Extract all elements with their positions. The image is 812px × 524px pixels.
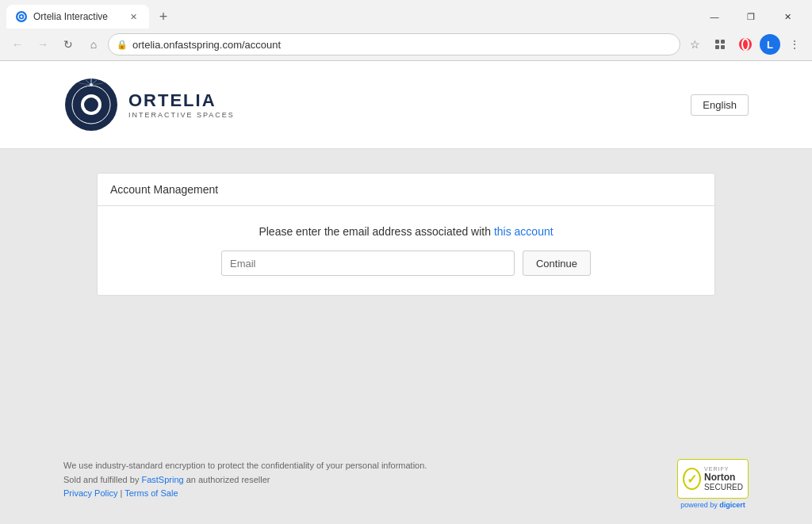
norton-secured-label: SECURED	[704, 483, 743, 491]
close-button[interactable]: ✕	[769, 5, 806, 29]
bookmark-button[interactable]: ☆	[684, 33, 706, 55]
svg-point-11	[84, 98, 98, 112]
security-line1: We use industry-standard encryption to p…	[63, 461, 427, 470]
new-tab-button[interactable]: +	[152, 6, 174, 28]
this-account-link[interactable]: this account	[494, 225, 553, 238]
nav-right-controls: ☆ L ⋮	[684, 33, 806, 55]
lock-icon: 🔒	[117, 40, 128, 50]
title-bar: Ortelia Interactive ✕ + — ❐ ✕	[0, 0, 812, 29]
svg-point-6	[739, 38, 752, 51]
main-content: Account Management Please enter the emai…	[0, 149, 812, 443]
account-management-body: Please enter the email address associate…	[98, 206, 714, 295]
browser-tab[interactable]: Ortelia Interactive ✕	[6, 5, 149, 29]
site-header: ORTELIA INTERACTIVE SPACES English	[0, 61, 812, 149]
forward-button[interactable]: →	[32, 33, 54, 55]
logo-text: ORTELIA INTERACTIVE SPACES	[128, 90, 235, 119]
norton-verify-label: VERIFY	[704, 466, 743, 472]
norton-text: VERIFY Norton SECURED	[704, 466, 743, 491]
svg-rect-3	[721, 40, 725, 44]
language-button[interactable]: English	[691, 94, 749, 116]
company-name: ORTELIA	[128, 90, 235, 111]
tab-close-button[interactable]: ✕	[127, 10, 140, 23]
opera-button[interactable]	[734, 33, 756, 55]
logo-area: ORTELIA INTERACTIVE SPACES	[63, 77, 235, 132]
url-text: ortelia.onfastspring.com/account	[132, 39, 672, 51]
footer-security-text: We use industry-standard encryption to p…	[63, 459, 427, 501]
browser-chrome: Ortelia Interactive ✕ + — ❐ ✕ ← → ↻ ⌂ 🔒 …	[0, 0, 812, 61]
nav-bar: ← → ↻ ⌂ 🔒 ortelia.onfastspring.com/accou…	[0, 29, 812, 60]
svg-point-17	[90, 83, 93, 86]
account-description: Please enter the email address associate…	[259, 225, 553, 238]
norton-badge: ✓ VERIFY Norton SECURED powered by digic…	[677, 459, 749, 509]
svg-rect-2	[715, 40, 719, 44]
email-input-row: Continue	[221, 251, 591, 276]
site-footer: We use industry-standard encryption to p…	[0, 443, 812, 524]
svg-rect-5	[721, 45, 725, 49]
maximize-button[interactable]: ❐	[733, 5, 769, 29]
continue-button[interactable]: Continue	[523, 251, 591, 276]
svg-point-1	[21, 16, 23, 18]
terms-of-sale-link[interactable]: Terms of Sale	[124, 488, 178, 498]
address-bar[interactable]: 🔒 ortelia.onfastspring.com/account	[108, 33, 680, 55]
digicert-link: digicert	[719, 501, 745, 509]
norton-check-icon: ✓	[683, 468, 701, 490]
email-input[interactable]	[221, 251, 515, 276]
minimize-button[interactable]: —	[696, 5, 733, 29]
norton-seal: ✓ VERIFY Norton SECURED	[677, 459, 749, 499]
home-button[interactable]: ⌂	[82, 33, 105, 55]
page-content: ORTELIA INTERACTIVE SPACES English Accou…	[0, 61, 812, 524]
logo-image	[63, 77, 119, 132]
svg-rect-4	[715, 45, 719, 49]
window-controls: — ❐ ✕	[696, 5, 806, 29]
tab-title: Ortelia Interactive	[33, 11, 108, 22]
norton-name: Norton	[704, 472, 743, 483]
norton-digicert-text: powered by digicert	[680, 501, 745, 509]
sold-by-text: Sold and fulfilled by	[63, 475, 141, 484]
back-button[interactable]: ←	[6, 33, 29, 55]
extensions-button[interactable]	[709, 33, 731, 55]
profile-button[interactable]: L	[760, 34, 780, 55]
menu-button[interactable]: ⋮	[783, 33, 806, 55]
reload-button[interactable]: ↻	[57, 33, 79, 55]
privacy-policy-link[interactable]: Privacy Policy	[63, 488, 117, 498]
fastspring-link[interactable]: FastSpring	[141, 475, 183, 484]
account-management-header: Account Management	[98, 174, 714, 206]
tab-favicon	[16, 11, 27, 22]
company-subtitle: INTERACTIVE SPACES	[128, 111, 235, 119]
account-management-box: Account Management Please enter the emai…	[97, 173, 715, 296]
